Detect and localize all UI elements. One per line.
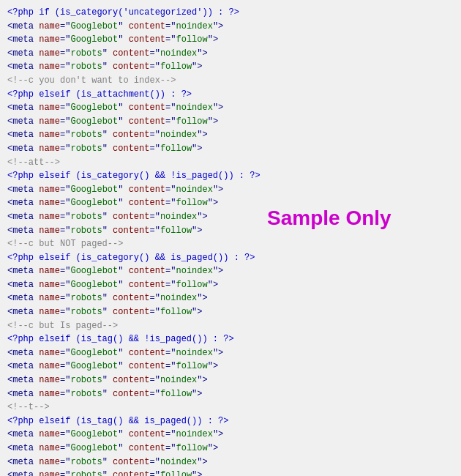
code-line: <meta name="robots" content="follow"> bbox=[7, 142, 454, 156]
code-line: <!--c but NOT paged--> bbox=[7, 237, 454, 251]
code-line: <meta name="Googlebot" content="noindex"… bbox=[7, 428, 454, 442]
code-line: <!--c but Is paged--> bbox=[7, 319, 454, 333]
code-line: <meta name="Googlebot" content="noindex"… bbox=[7, 264, 454, 278]
code-line: <meta name="robots" content="noindex"> bbox=[7, 47, 454, 61]
code-line: <!--c you don't want to index--> bbox=[7, 74, 454, 88]
code-line: <meta name="robots" content="follow"> bbox=[7, 469, 454, 476]
code-line: <meta name="robots" content="noindex"> bbox=[7, 128, 454, 142]
code-line: <?php if (is_category('uncategorized')) … bbox=[7, 6, 454, 20]
code-line: <?php elseif (is_tag() && !is_paged()) :… bbox=[7, 332, 454, 346]
code-line: <meta name="Googlebot" content="follow"> bbox=[7, 442, 454, 455]
code-line: <meta name="robots" content="noindex"> bbox=[7, 210, 454, 224]
code-line: <?php elseif (is_tag() && is_paged()) : … bbox=[7, 414, 454, 428]
code-line: <?php elseif (is_attachment()) : ?> bbox=[7, 88, 454, 102]
code-line: <meta name="Googlebot" content="noindex"… bbox=[7, 183, 454, 197]
code-line: <meta name="robots" content="follow"> bbox=[7, 305, 454, 319]
code-line: <meta name="robots" content="follow"> bbox=[7, 60, 454, 74]
code-container: <?php if (is_category('uncategorized')) … bbox=[0, 0, 461, 476]
code-line: <meta name="robots" content="follow"> bbox=[7, 387, 454, 401]
code-line: <meta name="Googlebot" content="noindex"… bbox=[7, 101, 454, 115]
code-line: <meta name="Googlebot" content="follow"> bbox=[7, 115, 454, 129]
code-line: <meta name="robots" content="noindex"> bbox=[7, 291, 454, 305]
code-line: <meta name="Googlebot" content="follow"> bbox=[7, 33, 454, 47]
code-line: <meta name="Googlebot" content="follow"> bbox=[7, 278, 454, 292]
code-line: <meta name="robots" content="noindex"> bbox=[7, 455, 454, 469]
code-line: <meta name="Googlebot" content="follow"> bbox=[7, 196, 454, 210]
code-line: <meta name="Googlebot" content="noindex"… bbox=[7, 346, 454, 360]
code-line: <meta name="robots" content="follow"> bbox=[7, 224, 454, 238]
code-line: <meta name="Googlebot" content="follow"> bbox=[7, 360, 454, 373]
code-line: <!--t--> bbox=[7, 401, 454, 414]
code-line: <!--att--> bbox=[7, 156, 454, 170]
code-line: <meta name="robots" content="noindex"> bbox=[7, 373, 454, 387]
code-line: <meta name="Googlebot" content="noindex"… bbox=[7, 20, 454, 34]
code-line: <?php elseif (is_category() && !is_paged… bbox=[7, 169, 454, 183]
code-line: <?php elseif (is_category() && is_paged(… bbox=[7, 251, 454, 265]
